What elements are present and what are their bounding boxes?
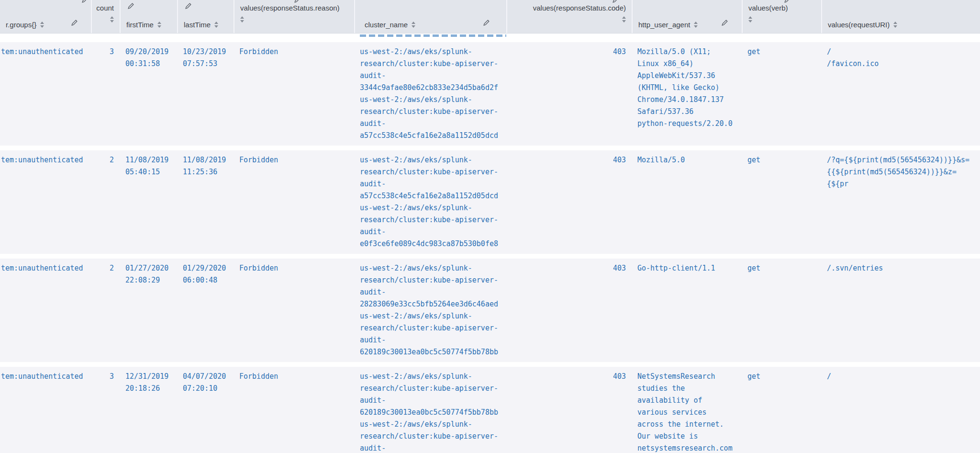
cell-response-code[interactable]: 403	[506, 46, 632, 142]
cell-lasttime[interactable]: 01/29/2020 06:00:48	[177, 262, 234, 358]
edit-pencil-icon[interactable]	[185, 2, 192, 11]
table-row: tem:unauthenticated 3 12/31/2019 20:18:2…	[0, 367, 980, 453]
cell-groups[interactable]: tem:unauthenticated	[0, 154, 91, 250]
col-header-user-agent[interactable]: http_user_agent	[632, 0, 742, 34]
col-header-verb[interactable]: values(verb)	[742, 0, 821, 34]
col-label-lasttime: lastTime	[184, 21, 211, 29]
table-header: r.groups{} count firstTime lastT	[0, 0, 980, 34]
col-label-cluster-name: cluster_name	[365, 21, 408, 29]
sort-icon[interactable]	[748, 16, 752, 23]
cell-request-uri[interactable]: / /favicon.ico	[821, 46, 980, 142]
col-label-user-agent: http_user_agent	[638, 21, 690, 29]
col-header-response-reason[interactable]: values(responseStatus.reason)	[234, 0, 354, 34]
clipped-row-remnant	[360, 34, 506, 37]
sort-icon[interactable]	[157, 22, 161, 28]
cell-firsttime[interactable]: 09/20/2019 00:31:58	[120, 46, 177, 142]
cell-count[interactable]: 2	[91, 154, 120, 250]
cell-lasttime[interactable]: 10/23/2019 07:57:53	[177, 46, 234, 142]
cell-firsttime[interactable]: 01/27/2020 22:08:29	[120, 262, 177, 358]
edit-pencil-icon-clipped[interactable]	[81, 0, 89, 5]
cell-groups[interactable]: tem:unauthenticated	[0, 46, 91, 142]
table-row: tem:unauthenticated 2 11/08/2019 05:40:1…	[0, 150, 980, 254]
col-header-lasttime[interactable]: lastTime	[177, 0, 234, 34]
col-label-request-uri: values(requestURI)	[828, 21, 890, 29]
col-header-firsttime[interactable]: firstTime	[120, 0, 177, 34]
col-header-request-uri[interactable]: values(requestURI)	[821, 0, 980, 34]
cell-request-uri[interactable]: /.svn/entries	[821, 262, 980, 358]
cell-groups[interactable]: tem:unauthenticated	[0, 371, 91, 453]
cell-verb[interactable]: get	[742, 46, 821, 142]
cell-lasttime[interactable]: 04/07/2020 07:20:10	[177, 371, 234, 453]
cell-response-code[interactable]: 403	[506, 154, 632, 250]
cell-cluster-name[interactable]: us-west-2:/aws/eks/splunk-research/clust…	[354, 371, 506, 453]
cell-request-uri[interactable]: /	[821, 371, 980, 453]
cell-cluster-name[interactable]: us-west-2:/aws/eks/splunk-research/clust…	[354, 154, 506, 250]
cell-verb[interactable]: get	[742, 154, 821, 250]
cell-groups[interactable]: tem:unauthenticated	[0, 262, 91, 358]
col-label-groups: r.groups{}	[6, 21, 36, 29]
cell-lasttime[interactable]: 11/08/2019 11:25:36	[177, 154, 234, 250]
results-table-body: tem:unauthenticated 3 09/20/2019 00:31:5…	[0, 42, 980, 453]
sort-icon[interactable]	[622, 16, 626, 23]
cell-reason[interactable]: Forbidden	[234, 46, 354, 142]
col-label-firsttime: firstTime	[126, 21, 154, 29]
col-header-cluster-name[interactable]: cluster_name	[354, 0, 506, 34]
sort-icon[interactable]	[694, 22, 698, 28]
cell-user-agent[interactable]: Go-http-client/1.1	[632, 262, 742, 358]
cell-user-agent[interactable]: Mozilla/5.0	[632, 154, 742, 250]
cell-cluster-name[interactable]: us-west-2:/aws/eks/splunk-research/clust…	[354, 46, 506, 142]
edit-pencil-icon[interactable]	[127, 2, 134, 11]
cell-count[interactable]: 3	[91, 371, 120, 453]
cell-request-uri[interactable]: /?q={${print(md5(565456324))}}&s={{${pri…	[821, 154, 980, 250]
cell-response-code[interactable]: 403	[506, 371, 632, 453]
col-label-response-reason: values(responseStatus.reason)	[240, 4, 340, 12]
col-label-response-code: values(responseStatus.code)	[533, 4, 626, 12]
cell-user-agent[interactable]: Mozilla/5.0 (X11; Linux x86_64) AppleWeb…	[632, 46, 742, 142]
cell-verb[interactable]: get	[742, 371, 821, 453]
cell-count[interactable]: 3	[91, 46, 120, 142]
cell-firsttime[interactable]: 11/08/2019 05:40:15	[120, 154, 177, 250]
sort-icon[interactable]	[214, 22, 218, 28]
sort-icon[interactable]	[240, 16, 244, 23]
cell-firsttime[interactable]: 12/31/2019 20:18:26	[120, 371, 177, 453]
cell-reason[interactable]: Forbidden	[234, 262, 354, 358]
col-header-groups[interactable]: r.groups{}	[0, 0, 91, 34]
cell-user-agent[interactable]: NetSystemsResearch studies the availabil…	[632, 371, 742, 453]
cell-verb[interactable]: get	[742, 262, 821, 358]
table-row: tem:unauthenticated 2 01/27/2020 22:08:2…	[0, 259, 980, 362]
sort-icon[interactable]	[893, 22, 897, 28]
edit-pencil-icon[interactable]	[721, 19, 728, 28]
col-label-verb: values(verb)	[748, 4, 788, 12]
col-label-count: count	[96, 4, 114, 12]
cell-response-code[interactable]: 403	[506, 262, 632, 358]
edit-pencil-icon[interactable]	[483, 19, 490, 28]
sort-icon[interactable]	[412, 22, 415, 28]
sort-icon[interactable]	[110, 16, 114, 23]
edit-pencil-icon[interactable]	[71, 19, 78, 28]
cell-reason[interactable]: Forbidden	[234, 154, 354, 250]
col-header-response-code[interactable]: values(responseStatus.code)	[506, 0, 632, 34]
cell-count[interactable]: 2	[91, 262, 120, 358]
sort-icon[interactable]	[40, 22, 44, 28]
table-row: tem:unauthenticated 3 09/20/2019 00:31:5…	[0, 42, 980, 146]
cell-cluster-name[interactable]: us-west-2:/aws/eks/splunk-research/clust…	[354, 262, 506, 358]
cell-reason[interactable]: Forbidden	[234, 371, 354, 453]
col-header-count[interactable]: count	[91, 0, 120, 34]
